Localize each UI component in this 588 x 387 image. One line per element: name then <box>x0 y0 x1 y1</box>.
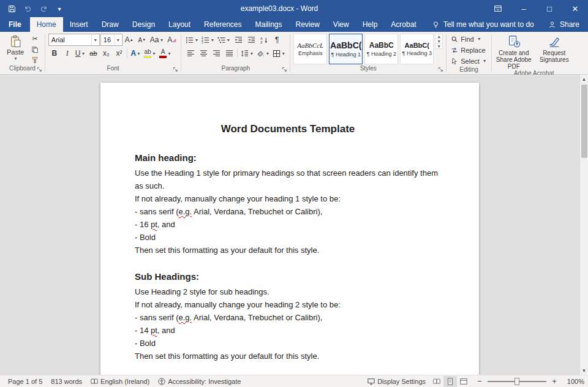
highlight-button[interactable]: ab▼ <box>143 47 157 59</box>
align-right-button[interactable] <box>210 47 222 59</box>
change-case-button[interactable]: Aa▼ <box>149 34 165 46</box>
align-left-button[interactable] <box>184 47 197 59</box>
doc-paragraph[interactable]: Then set this formatting as your default… <box>135 244 441 257</box>
styles-dialog-launcher[interactable] <box>437 66 444 73</box>
tab-mailings[interactable]: Mailings <box>248 17 288 32</box>
web-layout-button[interactable] <box>457 376 470 387</box>
select-button[interactable]: Select ▼ <box>450 56 488 66</box>
doc-paragraph[interactable]: - sans serif (e.g. Arial, Verdana, Trebu… <box>135 205 441 218</box>
grow-font-button[interactable]: A▲ <box>123 34 135 46</box>
doc-paragraph[interactable]: If not already, manually change your hea… <box>135 298 441 311</box>
bullets-button[interactable]: ▼ <box>184 34 200 46</box>
show-paragraph-marks-button[interactable]: ¶ <box>271 34 283 46</box>
zoom-out-button[interactable]: − <box>475 377 484 386</box>
language-indicator[interactable]: English (Ireland) <box>86 375 154 387</box>
line-spacing-button[interactable]: ▼ <box>239 47 255 59</box>
tab-home[interactable]: Home <box>30 17 63 32</box>
tab-layout[interactable]: Layout <box>162 17 197 32</box>
justify-button[interactable] <box>223 47 235 59</box>
style-card-emphasis[interactable]: AaBbCcLEmphasis <box>293 34 327 64</box>
spellcheck-word[interactable]: e.g. <box>179 207 192 216</box>
doc-paragraph[interactable]: Use the Heading 1 style for primary head… <box>135 167 441 192</box>
tab-design[interactable]: Design <box>126 17 162 32</box>
share-button[interactable]: Share <box>540 17 588 32</box>
doc-paragraph[interactable]: Main heading: <box>135 151 441 164</box>
minimize-button[interactable]: – <box>511 0 537 17</box>
read-mode-button[interactable] <box>430 376 443 387</box>
shrink-font-button[interactable]: A▼ <box>136 34 148 46</box>
redo-icon[interactable] <box>37 2 50 15</box>
superscript-button[interactable]: x² <box>113 47 125 59</box>
zoom-in-button[interactable]: + <box>550 377 559 386</box>
find-button[interactable]: Find ▼ <box>450 34 482 44</box>
replace-button[interactable]: Replace <box>450 45 486 55</box>
zoom-slider-thumb[interactable] <box>514 378 519 385</box>
customize-qat-button[interactable]: ▾ <box>53 2 66 15</box>
borders-button[interactable]: ▼ <box>271 47 287 59</box>
font-color-button[interactable]: A▼ <box>158 47 173 59</box>
decrease-indent-button[interactable] <box>232 34 244 46</box>
save-button[interactable] <box>5 2 18 15</box>
tab-review[interactable]: Review <box>289 17 326 32</box>
multilevel-list-button[interactable]: ▼ <box>216 34 232 46</box>
request-signatures-button[interactable]: Request Signatures <box>535 34 573 63</box>
style-card-heading-1[interactable]: AaBbC(¶ Heading 1 <box>329 34 363 64</box>
align-center-button[interactable] <box>197 47 209 59</box>
print-layout-button[interactable] <box>443 376 457 387</box>
doc-paragraph[interactable]: - 14 pt, and <box>135 324 441 337</box>
style-card-heading-3[interactable]: AaBbC(¶ Heading 3 <box>400 34 434 64</box>
tab-references[interactable]: References <box>197 17 248 32</box>
scroll-up-arrow[interactable]: ▲ <box>580 75 588 83</box>
strikethrough-button[interactable]: ab <box>87 47 99 59</box>
numbering-button[interactable]: 123▼ <box>200 34 216 46</box>
tab-view[interactable]: View <box>326 17 356 32</box>
spellcheck-word[interactable]: pt <box>151 220 157 229</box>
increase-indent-button[interactable] <box>245 34 257 46</box>
maximize-button[interactable]: □ <box>537 0 562 17</box>
doc-paragraph[interactable]: - Bold <box>135 337 441 350</box>
font-dialog-launcher[interactable] <box>172 66 179 73</box>
scroll-down-arrow[interactable]: ▼ <box>580 366 588 375</box>
create-share-pdf-button[interactable]: Create and Share Adobe PDF <box>495 34 533 70</box>
vertical-scrollbar[interactable]: ▲ ▼ <box>579 75 588 375</box>
style-card-heading-2[interactable]: AaBbC¶ Heading 2 <box>364 34 398 64</box>
page-indicator[interactable]: Page 1 of 5 <box>4 375 47 387</box>
shading-button[interactable]: ▼ <box>255 47 271 59</box>
document-page[interactable]: Word Documents TemplateMain heading:Use … <box>100 83 479 375</box>
display-settings-button[interactable]: Display Settings <box>363 375 430 387</box>
bold-button[interactable]: B <box>48 47 61 59</box>
doc-paragraph[interactable]: Use Heading 2 style for sub headings. <box>135 285 441 298</box>
format-painter-button[interactable] <box>29 54 41 65</box>
subscript-button[interactable]: x₂ <box>100 47 112 59</box>
tab-help[interactable]: Help <box>356 17 385 32</box>
tab-draw[interactable]: Draw <box>95 17 126 32</box>
sort-button[interactable]: AZ <box>258 34 270 46</box>
zoom-slider[interactable] <box>488 381 546 382</box>
doc-paragraph[interactable]: - Bold <box>135 231 441 244</box>
doc-paragraph[interactable]: - 16 pt, and <box>135 218 441 231</box>
tab-acrobat[interactable]: Acrobat <box>384 17 423 32</box>
doc-paragraph[interactable]: - sans serif (e.g. Arial, Verdana, Trebu… <box>135 311 441 324</box>
cut-button[interactable]: ✂ <box>29 34 41 44</box>
tell-me-box[interactable]: Tell me what you want to do <box>432 17 534 32</box>
doc-paragraph[interactable]: If not already, manually change your hea… <box>135 192 441 205</box>
paragraph-dialog-launcher[interactable] <box>281 66 288 73</box>
doc-paragraph[interactable]: Sub Headings: <box>135 270 441 283</box>
styles-gallery-down-button[interactable]: ▼ <box>435 39 442 43</box>
undo-icon[interactable] <box>21 2 34 15</box>
spellcheck-word[interactable]: e.g. <box>179 313 192 322</box>
tab-insert[interactable]: Insert <box>63 17 95 32</box>
close-button[interactable]: ✕ <box>562 0 588 17</box>
styles-gallery-up-button[interactable]: ▲ <box>435 34 442 39</box>
scrollbar-thumb[interactable] <box>581 85 587 158</box>
font-size-combo[interactable]: 16 ▼ <box>100 34 123 46</box>
word-count[interactable]: 813 words <box>47 375 86 387</box>
tab-file[interactable]: File <box>0 17 30 32</box>
underline-button[interactable]: U▼ <box>74 47 87 59</box>
accessibility-checker[interactable]: Accessibility: Investigate <box>154 375 245 387</box>
text-effects-button[interactable]: A▼ <box>129 47 142 59</box>
chevron-down-icon[interactable]: ▼ <box>114 34 122 45</box>
styles-gallery-more-button[interactable]: ▼ <box>435 43 442 48</box>
zoom-level[interactable]: 100% <box>564 378 584 385</box>
spellcheck-word[interactable]: pt <box>151 326 157 335</box>
